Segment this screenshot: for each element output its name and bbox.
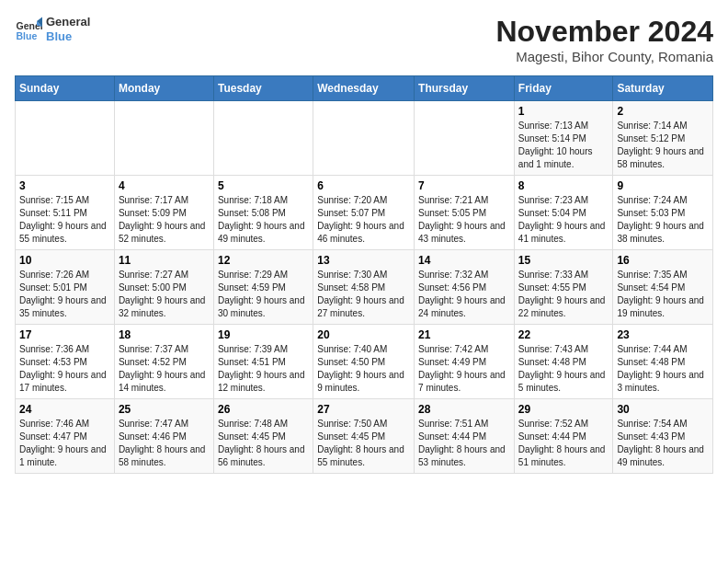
calendar-cell: 27Sunrise: 7:50 AMSunset: 4:45 PMDayligh… <box>313 399 415 474</box>
day-number: 14 <box>418 254 510 267</box>
day-info: Sunrise: 7:37 AMSunset: 4:52 PMDaylight:… <box>119 343 210 395</box>
main-title: November 2024 <box>495 15 713 49</box>
day-info: Sunrise: 7:51 AMSunset: 4:44 PMDaylight:… <box>418 418 510 469</box>
page-header: General Blue General Blue November 2024 … <box>15 15 713 64</box>
calendar-cell: 17Sunrise: 7:36 AMSunset: 4:53 PMDayligh… <box>16 325 115 399</box>
day-number: 12 <box>218 254 309 267</box>
day-number: 8 <box>518 179 609 192</box>
logo-line2: Blue <box>46 29 90 44</box>
calendar-cell: 3Sunrise: 7:15 AMSunset: 5:11 PMDaylight… <box>16 176 115 250</box>
calendar-cell: 16Sunrise: 7:35 AMSunset: 4:54 PMDayligh… <box>613 250 713 325</box>
calendar-cell: 15Sunrise: 7:33 AMSunset: 4:55 PMDayligh… <box>514 250 613 325</box>
day-info: Sunrise: 7:27 AMSunset: 5:00 PMDaylight:… <box>119 269 210 320</box>
calendar-cell <box>16 101 115 176</box>
day-info: Sunrise: 7:39 AMSunset: 4:51 PMDaylight:… <box>218 343 309 395</box>
day-info: Sunrise: 7:50 AMSunset: 4:45 PMDaylight:… <box>317 418 410 469</box>
calendar-cell: 19Sunrise: 7:39 AMSunset: 4:51 PMDayligh… <box>213 325 313 399</box>
day-info: Sunrise: 7:21 AMSunset: 5:05 PMDaylight:… <box>418 194 510 246</box>
calendar-cell: 22Sunrise: 7:43 AMSunset: 4:48 PMDayligh… <box>514 325 613 399</box>
day-info: Sunrise: 7:40 AMSunset: 4:50 PMDaylight:… <box>317 343 410 395</box>
day-of-week-header: Friday <box>514 76 613 101</box>
day-info: Sunrise: 7:18 AMSunset: 5:08 PMDaylight:… <box>218 194 309 246</box>
logo-icon: General Blue <box>15 16 42 43</box>
day-info: Sunrise: 7:52 AMSunset: 4:44 PMDaylight:… <box>518 418 609 469</box>
day-info: Sunrise: 7:46 AMSunset: 4:47 PMDaylight:… <box>19 418 110 469</box>
day-info: Sunrise: 7:35 AMSunset: 4:54 PMDaylight:… <box>617 269 709 320</box>
day-of-week-header: Tuesday <box>213 76 313 101</box>
day-number: 7 <box>418 179 510 192</box>
calendar-cell: 23Sunrise: 7:44 AMSunset: 4:48 PMDayligh… <box>613 325 713 399</box>
calendar-cell: 13Sunrise: 7:30 AMSunset: 4:58 PMDayligh… <box>313 250 415 325</box>
day-number: 27 <box>317 403 410 416</box>
logo-text: General Blue <box>46 15 90 43</box>
calendar-table: SundayMondayTuesdayWednesdayThursdayFrid… <box>15 75 713 474</box>
calendar-cell: 12Sunrise: 7:29 AMSunset: 4:59 PMDayligh… <box>213 250 313 325</box>
calendar-cell: 28Sunrise: 7:51 AMSunset: 4:44 PMDayligh… <box>415 399 515 474</box>
day-info: Sunrise: 7:26 AMSunset: 5:01 PMDaylight:… <box>19 269 110 320</box>
calendar-cell <box>114 101 213 176</box>
day-number: 19 <box>218 328 309 341</box>
day-number: 25 <box>119 403 210 416</box>
calendar-week-row: 17Sunrise: 7:36 AMSunset: 4:53 PMDayligh… <box>16 325 713 399</box>
calendar-cell <box>415 101 515 176</box>
calendar-cell: 18Sunrise: 7:37 AMSunset: 4:52 PMDayligh… <box>114 325 213 399</box>
calendar-cell: 25Sunrise: 7:47 AMSunset: 4:46 PMDayligh… <box>114 399 213 474</box>
day-info: Sunrise: 7:23 AMSunset: 5:04 PMDaylight:… <box>518 194 609 246</box>
day-number: 28 <box>418 403 510 416</box>
day-number: 16 <box>617 254 709 267</box>
day-number: 11 <box>119 254 210 267</box>
calendar-week-row: 10Sunrise: 7:26 AMSunset: 5:01 PMDayligh… <box>16 250 713 325</box>
day-number: 26 <box>218 403 309 416</box>
day-info: Sunrise: 7:29 AMSunset: 4:59 PMDaylight:… <box>218 269 309 320</box>
day-number: 15 <box>518 254 609 267</box>
calendar-cell: 30Sunrise: 7:54 AMSunset: 4:43 PMDayligh… <box>613 399 713 474</box>
day-info: Sunrise: 7:13 AMSunset: 5:14 PMDaylight:… <box>518 120 609 171</box>
calendar-cell: 11Sunrise: 7:27 AMSunset: 5:00 PMDayligh… <box>114 250 213 325</box>
day-info: Sunrise: 7:44 AMSunset: 4:48 PMDaylight:… <box>617 343 709 395</box>
day-of-week-header: Wednesday <box>313 76 415 101</box>
day-info: Sunrise: 7:17 AMSunset: 5:09 PMDaylight:… <box>119 194 210 246</box>
calendar-cell: 7Sunrise: 7:21 AMSunset: 5:05 PMDaylight… <box>415 176 515 250</box>
day-of-week-header: Saturday <box>613 76 713 101</box>
day-info: Sunrise: 7:47 AMSunset: 4:46 PMDaylight:… <box>119 418 210 469</box>
day-info: Sunrise: 7:33 AMSunset: 4:55 PMDaylight:… <box>518 269 609 320</box>
day-number: 4 <box>119 179 210 192</box>
day-number: 13 <box>317 254 410 267</box>
day-number: 17 <box>19 328 110 341</box>
calendar-week-row: 24Sunrise: 7:46 AMSunset: 4:47 PMDayligh… <box>16 399 713 474</box>
calendar-cell: 20Sunrise: 7:40 AMSunset: 4:50 PMDayligh… <box>313 325 415 399</box>
day-number: 5 <box>218 179 309 192</box>
day-info: Sunrise: 7:24 AMSunset: 5:03 PMDaylight:… <box>617 194 709 246</box>
calendar-cell: 9Sunrise: 7:24 AMSunset: 5:03 PMDaylight… <box>613 176 713 250</box>
calendar-cell <box>313 101 415 176</box>
calendar-header: SundayMondayTuesdayWednesdayThursdayFrid… <box>16 76 713 101</box>
calendar-cell: 24Sunrise: 7:46 AMSunset: 4:47 PMDayligh… <box>16 399 115 474</box>
calendar-cell: 6Sunrise: 7:20 AMSunset: 5:07 PMDaylight… <box>313 176 415 250</box>
day-info: Sunrise: 7:48 AMSunset: 4:45 PMDaylight:… <box>218 418 309 469</box>
day-of-week-header: Thursday <box>415 76 515 101</box>
day-number: 30 <box>617 403 709 416</box>
day-number: 29 <box>518 403 609 416</box>
day-info: Sunrise: 7:32 AMSunset: 4:56 PMDaylight:… <box>418 269 510 320</box>
calendar-cell <box>213 101 313 176</box>
calendar-cell: 2Sunrise: 7:14 AMSunset: 5:12 PMDaylight… <box>613 101 713 176</box>
logo: General Blue General Blue <box>15 15 90 43</box>
calendar-cell: 1Sunrise: 7:13 AMSunset: 5:14 PMDaylight… <box>514 101 613 176</box>
day-number: 9 <box>617 179 709 192</box>
calendar-cell: 26Sunrise: 7:48 AMSunset: 4:45 PMDayligh… <box>213 399 313 474</box>
day-info: Sunrise: 7:54 AMSunset: 4:43 PMDaylight:… <box>617 418 709 469</box>
subtitle: Magesti, Bihor County, Romania <box>495 49 713 64</box>
day-number: 23 <box>617 328 709 341</box>
calendar-week-row: 3Sunrise: 7:15 AMSunset: 5:11 PMDaylight… <box>16 176 713 250</box>
calendar-cell: 14Sunrise: 7:32 AMSunset: 4:56 PMDayligh… <box>415 250 515 325</box>
calendar-cell: 4Sunrise: 7:17 AMSunset: 5:09 PMDaylight… <box>114 176 213 250</box>
day-of-week-header: Monday <box>114 76 213 101</box>
day-info: Sunrise: 7:20 AMSunset: 5:07 PMDaylight:… <box>317 194 410 246</box>
day-number: 2 <box>617 105 709 118</box>
day-info: Sunrise: 7:36 AMSunset: 4:53 PMDaylight:… <box>19 343 110 395</box>
day-info: Sunrise: 7:14 AMSunset: 5:12 PMDaylight:… <box>617 120 709 171</box>
day-info: Sunrise: 7:15 AMSunset: 5:11 PMDaylight:… <box>19 194 110 246</box>
calendar-cell: 29Sunrise: 7:52 AMSunset: 4:44 PMDayligh… <box>514 399 613 474</box>
day-of-week-header: Sunday <box>16 76 115 101</box>
day-number: 22 <box>518 328 609 341</box>
